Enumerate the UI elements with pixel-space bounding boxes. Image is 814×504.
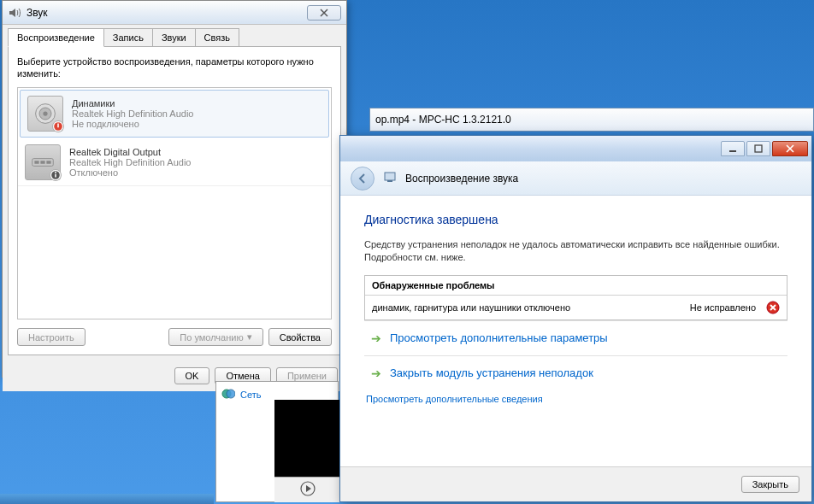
speaker-icon [27,96,63,132]
properties-button[interactable]: Свойства [268,328,332,346]
chevron-down-icon: ▾ [247,331,252,343]
tab-playback[interactable]: Воспроизведение [8,28,104,47]
troubleshooter-header: Воспроизведение звука [340,161,811,196]
play-icon[interactable] [299,480,316,501]
configure-button[interactable]: Настроить [17,328,86,346]
window-buttons [721,141,808,156]
default-label: По умолчанию [180,332,243,343]
taskbar-fragment [0,494,214,504]
svg-point-9 [55,172,56,173]
problem-status: Не исправлено [690,302,756,313]
error-icon [766,301,780,314]
default-button[interactable]: По умолчанию ▾ [168,328,262,346]
device-info: Динамики Realtek High Definition Audio Н… [72,98,321,129]
tabs: Воспроизведение Запись Звуки Связь [3,25,346,46]
close-button[interactable] [772,141,808,156]
mpc-titlebar: op.mp4 - MPC-HC 1.3.2121.0 [369,108,814,132]
svg-point-2 [43,111,47,115]
arrow-right-icon: ➔ [371,331,381,345]
device-info: Realtek Digital Output Realtek High Defi… [69,147,324,178]
troubleshooter-icon [383,170,397,187]
more-info-link[interactable]: Просмотреть дополнительные сведения [364,394,787,404]
problems-header: Обнаруженные проблемы [365,276,787,296]
svg-rect-14 [755,145,762,152]
sound-dialog: Звук Воспроизведение Запись Звуки Связь … [2,0,347,378]
svg-rect-13 [729,150,736,152]
tab-record[interactable]: Запись [103,28,153,46]
diagnostic-title: Диагностика завершена [364,213,787,226]
close-button[interactable] [307,5,341,21]
instruction-text: Выберите устройство воспроизведения, пар… [17,56,332,80]
troubleshooter-footer: Закрыть [340,466,811,501]
network-label: Сеть [240,390,261,400]
device-item[interactable]: Динамики Realtek High Definition Audio Н… [20,90,329,138]
svg-rect-5 [34,161,38,164]
media-controls [274,477,341,502]
tab-comm[interactable]: Связь [195,28,239,46]
mpc-title: op.mp4 - MPC-HC 1.3.2121.0 [375,114,511,126]
svg-rect-6 [40,161,44,164]
arrow-right-icon: ➔ [371,366,381,380]
ok-button[interactable]: OK [174,367,210,384]
maximize-button[interactable] [746,141,770,156]
device-desc: Realtek High Definition Audio [72,108,321,119]
back-button[interactable] [351,167,375,190]
device-name: Realtek Digital Output [69,147,324,157]
device-name: Динамики [72,98,321,108]
svg-rect-16 [387,180,392,182]
diagnostic-description: Средству устранения неполадок не удалось… [364,238,787,265]
tab-content: Выберите устройство воспроизведения, пар… [8,46,341,355]
close-module-link[interactable]: ➔ Закрыть модуль устранения неполадок [364,355,787,390]
troubleshooter-titlebar[interactable] [340,136,811,161]
button-row: Настроить По умолчанию ▾ Свойства [17,328,332,346]
close-module-label: Закрыть модуль устранения неполадок [390,366,593,379]
tab-sounds[interactable]: Звуки [152,28,196,46]
troubleshooter-body: Диагностика завершена Средству устранени… [340,196,811,501]
device-item[interactable]: Realtek Digital Output Realtek High Defi… [18,139,331,186]
device-status: Отключено [69,167,324,178]
device-list: Динамики Realtek High Definition Audio Н… [17,87,332,319]
problem-text: динамик, гарнитура или наушники отключен… [372,302,690,313]
media-dark-area [274,400,341,477]
disconnected-badge-icon [52,120,64,132]
device-desc: Realtek High Definition Audio [69,157,324,167]
problem-row: динамик, гарнитура или наушники отключен… [365,296,787,319]
sound-title: Звук [27,7,307,19]
close-button[interactable]: Закрыть [741,476,799,493]
sound-titlebar[interactable]: Звук [3,1,346,25]
svg-point-11 [227,390,235,398]
device-status: Не подключено [72,119,321,129]
svg-rect-15 [385,173,395,180]
sound-icon [8,6,21,20]
view-params-link[interactable]: ➔ Просмотреть дополнительные параметры [364,320,787,355]
globe-icon [221,387,235,402]
disabled-badge-icon [50,169,62,181]
troubleshooter-window: Воспроизведение звука Диагностика заверш… [339,135,812,502]
troubleshooter-title: Воспроизведение звука [405,173,518,185]
problems-box: Обнаруженные проблемы динамик, гарнитура… [364,275,787,320]
view-params-label: Просмотреть дополнительные параметры [390,331,608,344]
digital-output-icon [25,144,61,180]
minimize-button[interactable] [721,141,745,156]
